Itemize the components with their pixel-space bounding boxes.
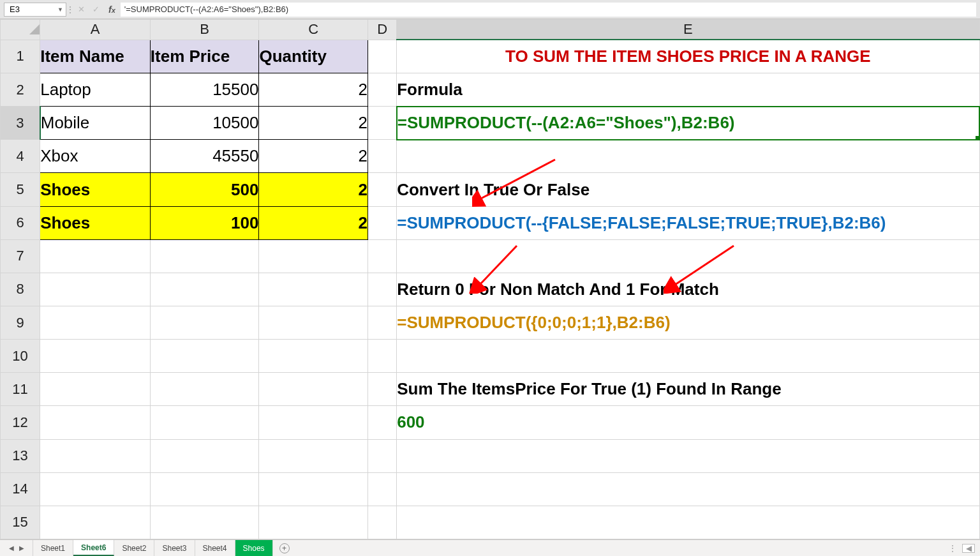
- cell-D8[interactable]: [368, 273, 397, 306]
- cell-E5[interactable]: Convert In True Or False: [397, 173, 979, 206]
- cell-B3[interactable]: 10500: [150, 107, 259, 140]
- row-header-5[interactable]: 5: [1, 173, 40, 206]
- column-header-B[interactable]: B: [150, 20, 259, 40]
- cell-D14[interactable]: [368, 472, 397, 506]
- row-header-10[interactable]: 10: [1, 340, 40, 373]
- formula-input[interactable]: [121, 3, 976, 17]
- cell-B15[interactable]: [150, 506, 259, 539]
- cell-E13[interactable]: [397, 439, 979, 472]
- cell-E2[interactable]: Formula: [397, 73, 979, 107]
- cell-D4[interactable]: [368, 140, 397, 173]
- cell-C3[interactable]: 2: [259, 107, 368, 140]
- cell-B13[interactable]: [150, 439, 259, 472]
- cell-C8[interactable]: [259, 273, 368, 306]
- cell-E9[interactable]: =SUMPRODUCT({0;0;0;1;1},B2:B6): [397, 306, 979, 340]
- cell-D2[interactable]: [368, 73, 397, 107]
- cell-D6[interactable]: [368, 206, 397, 239]
- cell-B14[interactable]: [150, 472, 259, 506]
- cell-A6[interactable]: Shoes: [40, 206, 151, 239]
- name-box[interactable]: ▼: [4, 3, 66, 17]
- cell-A5[interactable]: Shoes: [40, 173, 151, 206]
- cell-A3[interactable]: Mobile: [40, 107, 151, 140]
- cell-B7[interactable]: [150, 239, 259, 273]
- cell-D1[interactable]: [368, 40, 397, 73]
- cell-E11[interactable]: Sum The ItemsPrice For True (1) Found In…: [397, 373, 979, 406]
- cell-D15[interactable]: [368, 506, 397, 539]
- cell-E6[interactable]: =SUMPRODUCT(--{FALSE;FALSE;FALSE;TRUE;TR…: [397, 206, 979, 239]
- scroll-left-button[interactable]: ◀: [962, 544, 975, 553]
- row-header-15[interactable]: 15: [1, 506, 40, 539]
- cell-A4[interactable]: Xbox: [40, 140, 151, 173]
- cell-D12[interactable]: [368, 406, 397, 439]
- cell-A11[interactable]: [40, 373, 151, 406]
- column-header-E[interactable]: E: [397, 20, 979, 40]
- cell-E14[interactable]: [397, 472, 979, 506]
- cell-C7[interactable]: [259, 239, 368, 273]
- cell-B9[interactable]: [150, 306, 259, 340]
- cell-D9[interactable]: [368, 306, 397, 340]
- sheet-tab-sheet3[interactable]: Sheet3: [154, 540, 195, 556]
- cell-E15[interactable]: [397, 506, 979, 539]
- row-header-13[interactable]: 13: [1, 439, 40, 472]
- cell-D10[interactable]: [368, 340, 397, 373]
- cell-D13[interactable]: [368, 439, 397, 472]
- cell-B1[interactable]: Item Price: [150, 40, 259, 73]
- column-header-D[interactable]: D: [368, 20, 397, 40]
- cell-C9[interactable]: [259, 306, 368, 340]
- cell-A10[interactable]: [40, 340, 151, 373]
- cell-E4[interactable]: [397, 140, 979, 173]
- cell-E10[interactable]: [397, 340, 979, 373]
- cell-C6[interactable]: 2: [259, 206, 368, 239]
- cell-C5[interactable]: 2: [259, 173, 368, 206]
- cell-C15[interactable]: [259, 506, 368, 539]
- cell-C4[interactable]: 2: [259, 140, 368, 173]
- cell-C13[interactable]: [259, 439, 368, 472]
- select-all-corner[interactable]: [1, 20, 40, 40]
- row-header-3[interactable]: 3: [1, 107, 40, 140]
- row-header-7[interactable]: 7: [1, 239, 40, 273]
- cell-B10[interactable]: [150, 340, 259, 373]
- cell-B2[interactable]: 15500: [150, 73, 259, 107]
- row-header-6[interactable]: 6: [1, 206, 40, 239]
- cell-E3[interactable]: =SUMPRODUCT(--(A2:A6="Shoes"),B2:B6): [397, 107, 979, 140]
- row-header-9[interactable]: 9: [1, 306, 40, 340]
- cell-B8[interactable]: [150, 273, 259, 306]
- cell-A15[interactable]: [40, 506, 151, 539]
- cell-A7[interactable]: [40, 239, 151, 273]
- cell-E1[interactable]: TO SUM THE ITEM SHOES PRICE IN A RANGE: [397, 40, 979, 73]
- cell-A13[interactable]: [40, 439, 151, 472]
- cell-D5[interactable]: [368, 173, 397, 206]
- cell-B5[interactable]: 500: [150, 173, 259, 206]
- cell-B6[interactable]: 100: [150, 206, 259, 239]
- cell-D3[interactable]: [368, 107, 397, 140]
- sheet-tab-sheet2[interactable]: Sheet2: [114, 540, 154, 556]
- cell-A14[interactable]: [40, 472, 151, 506]
- cell-C2[interactable]: 2: [259, 73, 368, 107]
- cell-A9[interactable]: [40, 306, 151, 340]
- cell-C11[interactable]: [259, 373, 368, 406]
- add-sheet-button[interactable]: +: [273, 540, 296, 556]
- cell-B11[interactable]: [150, 373, 259, 406]
- cell-C14[interactable]: [259, 472, 368, 506]
- cell-C12[interactable]: [259, 406, 368, 439]
- cell-A1[interactable]: Item Name: [40, 40, 151, 73]
- row-header-12[interactable]: 12: [1, 406, 40, 439]
- cell-B12[interactable]: [150, 406, 259, 439]
- sheet-tab-sheet6[interactable]: Sheet6: [73, 540, 114, 556]
- cell-C10[interactable]: [259, 340, 368, 373]
- cell-E12[interactable]: 600: [397, 406, 979, 439]
- row-header-14[interactable]: 14: [1, 472, 40, 506]
- sheet-tab-sheet4[interactable]: Sheet4: [195, 540, 235, 556]
- sheet-tab-shoes[interactable]: Shoes: [235, 540, 273, 556]
- cell-A8[interactable]: [40, 273, 151, 306]
- cancel-icon[interactable]: ✕: [74, 4, 89, 14]
- name-box-input[interactable]: [8, 4, 62, 15]
- chevron-down-icon[interactable]: ▼: [57, 6, 63, 13]
- row-header-4[interactable]: 4: [1, 140, 40, 173]
- cell-A12[interactable]: [40, 406, 151, 439]
- sheet-tab-sheet1[interactable]: Sheet1: [33, 540, 73, 556]
- sheet-nav[interactable]: ◀▶: [0, 540, 33, 556]
- cell-A2[interactable]: Laptop: [40, 73, 151, 107]
- column-header-C[interactable]: C: [259, 20, 368, 40]
- cell-C1[interactable]: Quantity: [259, 40, 368, 73]
